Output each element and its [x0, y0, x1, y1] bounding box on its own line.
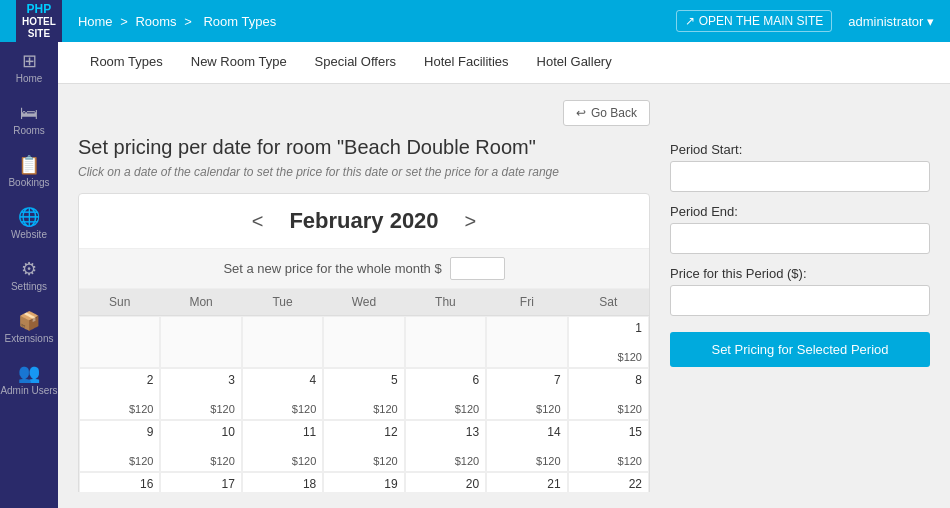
main-content: Room Types New Room Type Special Offers …	[58, 42, 950, 508]
sidebar: ⊞ Home 🛏 Rooms 📋 Bookings 🌐 Website ⚙ Se…	[0, 42, 58, 508]
day-number: 20	[466, 477, 479, 491]
calendar-cell	[79, 316, 160, 368]
sidebar-item-settings[interactable]: ⚙ Settings	[0, 250, 58, 302]
calendar-day-name: Tue	[242, 289, 323, 315]
top-bar-right: ↗ OPEN THE MAIN SITE administrator ▾	[676, 10, 934, 32]
sidebar-item-label: Home	[16, 73, 43, 84]
calendar-cell[interactable]: 12$120	[323, 420, 404, 472]
subnav-hotel-facilities[interactable]: Hotel Facilities	[412, 44, 521, 81]
day-price: $120	[292, 403, 316, 415]
calendar-cell[interactable]: 16$120	[79, 472, 160, 492]
logo: PHP HOTELSITE	[16, 0, 62, 44]
month-price-input[interactable]	[450, 257, 505, 280]
admin-user-menu[interactable]: administrator ▾	[848, 14, 934, 29]
price-period-group: Price for this Period ($):	[670, 266, 930, 316]
calendar-cell[interactable]: 17$120	[160, 472, 241, 492]
sidebar-item-label: Rooms	[13, 125, 45, 136]
month-price-label: Set a new price for the whole month $	[223, 261, 441, 276]
calendar-cell[interactable]: 7$120	[486, 368, 567, 420]
sidebar-item-label: Extensions	[5, 333, 54, 344]
calendar-cell[interactable]: 21$120	[486, 472, 567, 492]
subnav-room-types[interactable]: Room Types	[78, 44, 175, 81]
calendar-cell[interactable]: 5$120	[323, 368, 404, 420]
calendar-cell	[486, 316, 567, 368]
calendar-cell[interactable]: 11$120	[242, 420, 323, 472]
price-period-input[interactable]	[670, 285, 930, 316]
day-number: 10	[221, 425, 234, 439]
day-price: $120	[455, 455, 479, 467]
subnav-hotel-gallery[interactable]: Hotel Gallery	[525, 44, 624, 81]
calendar-cell[interactable]: 4$120	[242, 368, 323, 420]
sidebar-item-label: Settings	[11, 281, 47, 292]
layout: ⊞ Home 🛏 Rooms 📋 Bookings 🌐 Website ⚙ Se…	[0, 42, 950, 508]
calendar-cell[interactable]: 22$120	[568, 472, 649, 492]
day-price: $120	[373, 403, 397, 415]
sidebar-item-label: Admin Users	[0, 385, 57, 396]
calendar-next-button[interactable]: >	[459, 210, 483, 233]
calendar-cell	[323, 316, 404, 368]
day-number: 2	[147, 373, 154, 387]
sidebar-item-home[interactable]: ⊞ Home	[0, 42, 58, 94]
period-start-input[interactable]	[670, 161, 930, 192]
go-back-button[interactable]: ↩ Go Back	[563, 100, 650, 126]
breadcrumb-rooms[interactable]: Rooms	[135, 14, 176, 29]
sidebar-item-admin-users[interactable]: 👥 Admin Users	[0, 354, 58, 406]
month-price-row: Set a new price for the whole month $	[79, 249, 649, 289]
sidebar-item-rooms[interactable]: 🛏 Rooms	[0, 94, 58, 146]
day-number: 15	[629, 425, 642, 439]
calendar-cell[interactable]: 13$120	[405, 420, 486, 472]
sidebar-item-website[interactable]: 🌐 Website	[0, 198, 58, 250]
period-end-input[interactable]	[670, 223, 930, 254]
breadcrumb-current: Room Types	[203, 14, 276, 29]
breadcrumb-home[interactable]: Home	[78, 14, 113, 29]
calendar-prev-button[interactable]: <	[246, 210, 270, 233]
subnav-new-room-type[interactable]: New Room Type	[179, 44, 299, 81]
content-area: ↩ Go Back Set pricing per date for room …	[58, 84, 950, 508]
set-pricing-button[interactable]: Set Pricing for Selected Period	[670, 332, 930, 367]
breadcrumb-sep1: >	[120, 14, 131, 29]
day-number: 22	[629, 477, 642, 491]
calendar-days-header: SunMonTueWedThuFriSat	[79, 289, 649, 316]
breadcrumb-sep2: >	[184, 14, 195, 29]
open-main-site-button[interactable]: ↗ OPEN THE MAIN SITE	[676, 10, 832, 32]
go-back-row: ↩ Go Back	[78, 100, 650, 126]
day-price: $120	[455, 403, 479, 415]
calendar-day-name: Mon	[160, 289, 241, 315]
day-number: 14	[547, 425, 560, 439]
calendar-cell[interactable]: 2$120	[79, 368, 160, 420]
period-start-label: Period Start:	[670, 142, 930, 157]
calendar-cell	[242, 316, 323, 368]
calendar-cell[interactable]: 8$120	[568, 368, 649, 420]
calendar-cell[interactable]: 15$120	[568, 420, 649, 472]
day-price: $120	[129, 403, 153, 415]
subnav-special-offers[interactable]: Special Offers	[303, 44, 408, 81]
day-price: $120	[536, 455, 560, 467]
calendar-cell[interactable]: 6$120	[405, 368, 486, 420]
sidebar-item-extensions[interactable]: 📦 Extensions	[0, 302, 58, 354]
calendar-cell[interactable]: 18$120	[242, 472, 323, 492]
website-icon: 🌐	[18, 208, 40, 226]
sidebar-item-label: Bookings	[8, 177, 49, 188]
sidebar-item-label: Website	[11, 229, 47, 240]
settings-icon: ⚙	[21, 260, 37, 278]
period-end-label: Period End:	[670, 204, 930, 219]
sidebar-item-bookings[interactable]: 📋 Bookings	[0, 146, 58, 198]
calendar-cell[interactable]: 9$120	[79, 420, 160, 472]
day-number: 5	[391, 373, 398, 387]
page-subtitle: Click on a date of the calendar to set t…	[78, 165, 650, 179]
calendar-month-year: February 2020	[289, 208, 438, 234]
go-back-icon: ↩	[576, 106, 586, 120]
calendar-cell[interactable]: 19$120	[323, 472, 404, 492]
admin-users-icon: 👥	[18, 364, 40, 382]
logo-php: PHP	[27, 2, 52, 16]
day-number: 3	[228, 373, 235, 387]
calendar-cell[interactable]: 14$120	[486, 420, 567, 472]
calendar-cell[interactable]: 10$120	[160, 420, 241, 472]
calendar-cell[interactable]: 3$120	[160, 368, 241, 420]
day-price: $120	[292, 455, 316, 467]
day-price: $120	[373, 455, 397, 467]
home-icon: ⊞	[22, 52, 37, 70]
calendar-cell[interactable]: 20$120	[405, 472, 486, 492]
calendar-cell[interactable]: 1$120	[568, 316, 649, 368]
day-number: 18	[303, 477, 316, 491]
